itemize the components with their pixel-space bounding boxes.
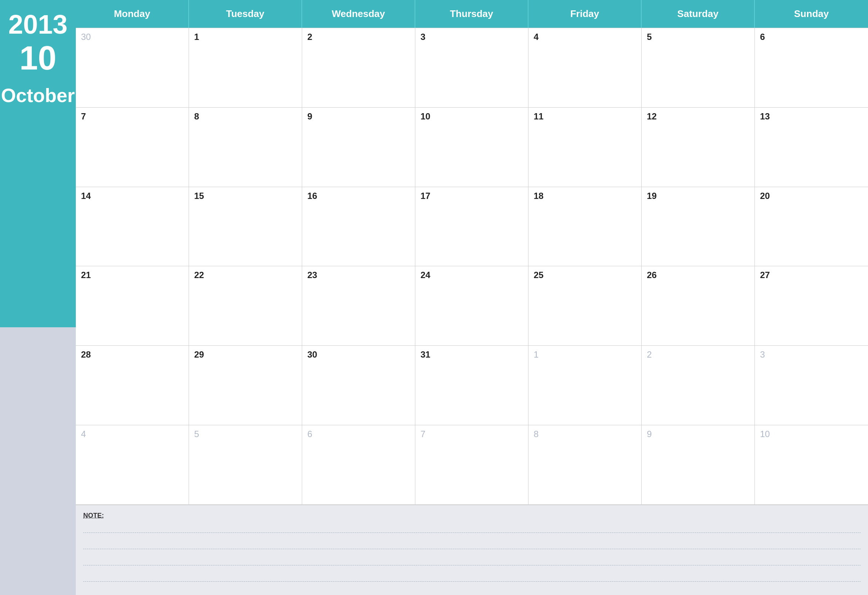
calendar-cell[interactable]: 23 [302,266,415,346]
day-header-thursday: Thursday [415,0,528,28]
day-number: 16 [307,191,410,201]
day-header-saturday: Saturday [642,0,755,28]
day-number: 1 [194,32,297,42]
note-line-2 [83,539,861,549]
week-number-label: 10 [19,41,56,75]
note-line-4 [83,572,861,582]
day-number: 29 [194,350,297,360]
calendar-cell[interactable]: 1 [189,28,302,108]
day-number: 21 [81,270,183,280]
note-label: NOTE: [83,512,861,520]
calendar-cell[interactable]: 24 [415,266,528,346]
calendar-cell[interactable]: 26 [642,266,755,346]
day-header-friday: Friday [528,0,642,28]
calendar-cell[interactable]: 6 [302,425,415,505]
day-number: 17 [421,191,523,201]
calendar-cell[interactable]: 3 [415,28,528,108]
calendar-cell[interactable]: 3 [755,346,868,425]
calendar-cell[interactable]: 27 [755,266,868,346]
sidebar: 2013 10 October [0,0,76,595]
day-number: 5 [647,32,749,42]
day-number: 24 [421,270,523,280]
calendar-main: MondayTuesdayWednesdayThursdayFridaySatu… [76,0,868,595]
day-number: 18 [534,191,636,201]
calendar-cell[interactable]: 7 [76,108,189,187]
calendar-cell[interactable]: 22 [189,266,302,346]
day-number: 4 [534,32,636,42]
calendar-cell[interactable]: 1 [528,346,642,425]
calendar-cell[interactable]: 16 [302,187,415,267]
day-number: 5 [194,429,297,439]
note-line-3 [83,556,861,565]
day-number: 28 [81,350,183,360]
calendar-cell[interactable]: 25 [528,266,642,346]
day-number: 10 [760,429,863,439]
calendar-cell[interactable]: 30 [76,28,189,108]
day-number: 23 [307,270,410,280]
calendar-cell[interactable]: 17 [415,187,528,267]
year-label: 2013 [8,11,67,38]
calendar-grid: 3012345678910111213141516171819202122232… [76,28,868,505]
calendar-cell[interactable]: 7 [415,425,528,505]
day-number: 11 [534,111,636,122]
calendar-header: MondayTuesdayWednesdayThursdayFridaySatu… [76,0,868,28]
calendar-cell[interactable]: 5 [189,425,302,505]
day-number: 20 [760,191,863,201]
calendar-cell[interactable]: 2 [302,28,415,108]
calendar-cell[interactable]: 28 [76,346,189,425]
calendar-cell[interactable]: 5 [642,28,755,108]
calendar-cell[interactable]: 2 [642,346,755,425]
day-number: 3 [760,350,863,360]
calendar-cell[interactable]: 13 [755,108,868,187]
day-number: 25 [534,270,636,280]
day-number: 31 [421,350,523,360]
calendar-cell[interactable]: 15 [189,187,302,267]
calendar-cell[interactable]: 29 [189,346,302,425]
day-number: 22 [194,270,297,280]
calendar-cell[interactable]: 21 [76,266,189,346]
day-number: 1 [534,350,636,360]
day-header-sunday: Sunday [755,0,868,28]
day-number: 27 [760,270,863,280]
calendar-cell[interactable]: 18 [528,187,642,267]
month-label: October [1,86,75,105]
day-number: 6 [760,32,863,42]
day-number: 3 [421,32,523,42]
calendar-cell[interactable]: 6 [755,28,868,108]
day-number: 7 [81,111,183,122]
calendar-cell[interactable]: 8 [528,425,642,505]
day-number: 7 [421,429,523,439]
day-header-tuesday: Tuesday [189,0,302,28]
day-number: 14 [81,191,183,201]
day-number: 30 [307,350,410,360]
calendar-cell[interactable]: 31 [415,346,528,425]
day-number: 19 [647,191,749,201]
calendar-cell[interactable]: 19 [642,187,755,267]
calendar-cell[interactable]: 30 [302,346,415,425]
day-number: 8 [194,111,297,122]
day-number: 15 [194,191,297,201]
calendar-cell[interactable]: 4 [528,28,642,108]
day-number: 26 [647,270,749,280]
day-number: 13 [760,111,863,122]
calendar-cell[interactable]: 10 [415,108,528,187]
calendar-cell[interactable]: 8 [189,108,302,187]
day-header-wednesday: Wednesday [302,0,415,28]
calendar-cell[interactable]: 10 [755,425,868,505]
day-number: 9 [647,429,749,439]
calendar-cell[interactable]: 20 [755,187,868,267]
calendar-cell[interactable]: 9 [642,425,755,505]
notes-section: NOTE: [76,505,868,595]
day-number: 2 [307,32,410,42]
day-header-monday: Monday [76,0,189,28]
day-number: 10 [421,111,523,122]
calendar-cell[interactable]: 11 [528,108,642,187]
calendar-cell[interactable]: 4 [76,425,189,505]
calendar-cell[interactable]: 12 [642,108,755,187]
day-number: 9 [307,111,410,122]
calendar-cell[interactable]: 14 [76,187,189,267]
calendar-cell[interactable]: 9 [302,108,415,187]
day-number: 30 [81,32,183,42]
day-number: 8 [534,429,636,439]
day-number: 2 [647,350,749,360]
